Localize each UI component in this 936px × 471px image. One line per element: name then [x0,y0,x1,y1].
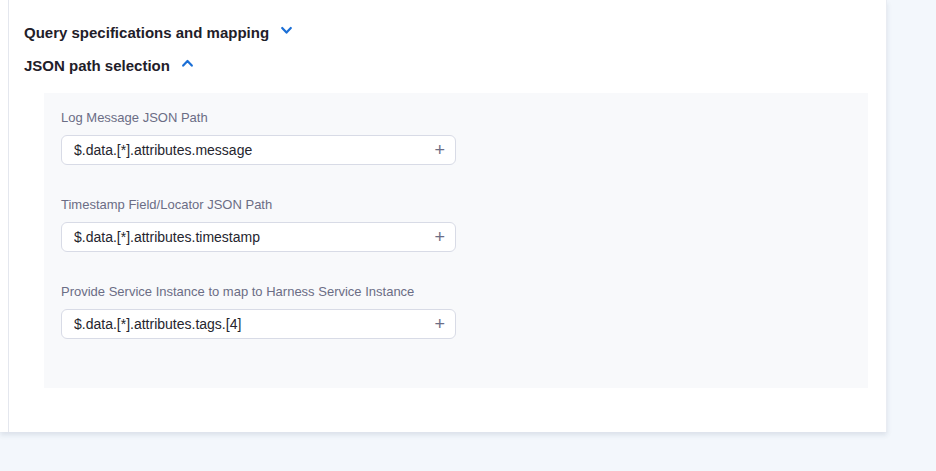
section-title: Query specifications and mapping [24,24,269,41]
service-instance-json-path-input[interactable] [74,310,426,338]
section-header-json-path-selection[interactable]: JSON path selection [24,56,195,74]
timestamp-json-path-input[interactable] [74,223,426,251]
section-title: JSON path selection [24,57,170,74]
field-label: Log Message JSON Path [61,111,456,125]
service-instance-json-path-input-box[interactable]: + [61,309,456,339]
content-card: Query specifications and mapping JSON pa… [0,0,887,432]
field-timestamp-json-path: Timestamp Field/Locator JSON Path + [61,198,456,252]
plus-icon[interactable]: + [426,141,445,159]
left-divider [8,0,9,432]
log-message-json-path-input-box[interactable]: + [61,135,456,165]
plus-icon[interactable]: + [426,315,445,333]
field-service-instance-json-path: Provide Service Instance to map to Harne… [61,285,456,339]
field-log-message-json-path: Log Message JSON Path + [61,111,456,165]
timestamp-json-path-input-box[interactable]: + [61,222,456,252]
plus-icon[interactable]: + [426,228,445,246]
log-message-json-path-input[interactable] [74,136,426,164]
field-label: Timestamp Field/Locator JSON Path [61,198,456,212]
section-header-query-specifications[interactable]: Query specifications and mapping [24,23,294,41]
json-path-panel: Log Message JSON Path + Timestamp Field/… [44,93,868,388]
field-label: Provide Service Instance to map to Harne… [61,285,456,299]
chevron-up-icon [180,56,195,74]
chevron-down-icon [279,23,294,41]
